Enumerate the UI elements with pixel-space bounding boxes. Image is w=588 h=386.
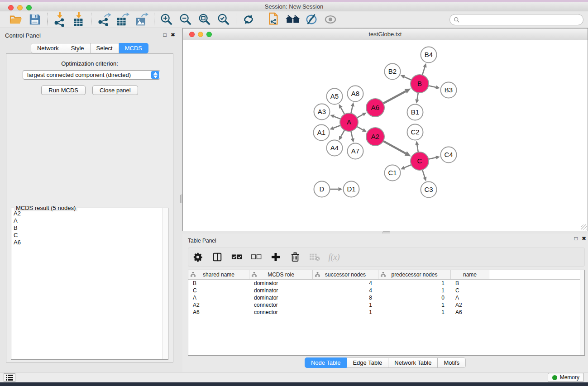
memory-button[interactable]: Memory [548, 373, 584, 382]
zoom-out-icon[interactable] [178, 12, 193, 27]
export-image-icon[interactable] [134, 12, 149, 27]
column-header-MCDS-role[interactable]: MCDS role [249, 270, 313, 279]
graph-node-C4[interactable]: C4 [441, 147, 457, 163]
result-item[interactable]: A [12, 217, 162, 224]
cell-predecessor-nodes[interactable]: 0 [378, 294, 451, 301]
cell-predecessor-nodes[interactable]: 1 [378, 287, 451, 294]
cell-name[interactable]: A2 [451, 301, 489, 309]
table-row[interactable]: Adominator80A [188, 294, 584, 301]
graph-node-D[interactable]: D [314, 181, 330, 197]
graph-edge-C-C2[interactable] [417, 145, 418, 152]
graph-node-A6[interactable]: A6 [366, 99, 384, 117]
network-window-titlebar[interactable]: testGlobe.txt [183, 29, 588, 40]
column-header-successor-nodes[interactable]: successor nodes [313, 270, 378, 279]
graph-node-A4[interactable]: A4 [327, 140, 343, 156]
cell-successor-nodes[interactable]: 1 [313, 309, 378, 316]
tab-node-table[interactable]: Node Table [305, 357, 347, 368]
close-panel-button[interactable]: Close panel [92, 86, 138, 95]
graph-edge-A6-B[interactable] [383, 91, 406, 104]
cell-shared-name[interactable]: A6 [188, 309, 249, 316]
graph-edge-C-C1[interactable] [404, 165, 411, 168]
criterion-select[interactable]: largest connected component (directed) [23, 70, 160, 80]
tab-style[interactable]: Style [65, 43, 91, 53]
graph-edge-A-A7[interactable] [351, 131, 353, 139]
graph-node-A[interactable]: A [340, 113, 358, 131]
refresh-icon[interactable] [241, 12, 256, 27]
cell-successor-nodes[interactable]: 1 [313, 301, 378, 309]
resize-grip-icon[interactable] [581, 224, 587, 230]
graph-edge-A-A5[interactable] [341, 108, 344, 114]
eye-icon[interactable] [323, 12, 338, 27]
cell-predecessor-nodes[interactable]: 1 [378, 280, 451, 287]
graph-node-A1[interactable]: A1 [314, 125, 330, 141]
tab-network[interactable]: Network [31, 43, 65, 53]
session-network-file-icon[interactable] [266, 12, 281, 27]
tab-select[interactable]: Select [91, 43, 119, 53]
cell-name[interactable]: B [451, 280, 489, 287]
tab-mcds[interactable]: MCDS [119, 43, 148, 53]
graph-node-C1[interactable]: C1 [385, 165, 401, 181]
graph-node-A7[interactable]: A7 [348, 143, 363, 159]
run-mcds-button[interactable]: Run MCDS [41, 86, 86, 95]
graph-node-B1[interactable]: B1 [407, 105, 423, 120]
table-scrollbar[interactable] [580, 270, 584, 355]
graph-node-B2[interactable]: B2 [385, 64, 401, 80]
graphics-details-icon[interactable] [304, 12, 319, 27]
graph-edge-B-B4[interactable] [422, 67, 425, 75]
graph-edge-B-B3[interactable] [429, 86, 436, 87]
cell-shared-name[interactable]: A [188, 294, 249, 301]
graph-edge-B-B1[interactable] [417, 93, 418, 100]
zoom-fit-icon[interactable] [197, 12, 212, 27]
table-settings-gear-icon[interactable] [192, 251, 204, 263]
graph-node-A8[interactable]: A8 [348, 86, 363, 102]
show-columns-icon[interactable] [211, 251, 223, 263]
column-header-shared-name[interactable]: shared name [188, 270, 249, 279]
export-network-icon[interactable] [96, 12, 111, 27]
zoom-in-icon[interactable] [159, 12, 174, 27]
table-row[interactable]: A2connector11A2 [188, 301, 584, 309]
open-file-icon[interactable] [8, 12, 24, 27]
mcds-result-list[interactable]: A2ABCA6 [12, 210, 162, 359]
cell-shared-name[interactable]: B [188, 280, 249, 287]
graph-node-A2[interactable]: A2 [366, 128, 384, 146]
cell-MCDS-role[interactable]: dominator [249, 287, 313, 294]
result-item[interactable]: A2 [12, 210, 162, 217]
cell-name[interactable]: C [451, 287, 489, 294]
tab-edge-table[interactable]: Edge Table [347, 357, 388, 368]
graph-node-B4[interactable]: B4 [421, 47, 437, 63]
select-all-icon[interactable] [231, 251, 243, 263]
graph-node-B3[interactable]: B3 [441, 82, 457, 98]
zoom-selected-icon[interactable] [216, 12, 231, 27]
graph-edge-B-B2[interactable] [404, 77, 411, 80]
column-header-name[interactable]: name [451, 270, 489, 279]
table-row[interactable]: Cdominator41C [188, 287, 584, 294]
graph-edge-A-A6[interactable] [357, 114, 363, 118]
export-table-icon[interactable] [115, 12, 130, 27]
task-history-button[interactable] [4, 373, 15, 382]
float-table-panel-icon[interactable]: □ [574, 235, 578, 242]
graph-edge-A2-C[interactable] [383, 141, 406, 153]
deselect-all-icon[interactable] [250, 251, 262, 263]
float-panel-icon[interactable]: □ [163, 32, 167, 38]
search-input[interactable] [462, 16, 579, 23]
cell-successor-nodes[interactable]: 4 [313, 280, 378, 287]
import-network-icon[interactable] [52, 12, 67, 27]
result-item[interactable]: C [12, 232, 162, 239]
close-panel-icon[interactable]: ✖ [171, 32, 175, 38]
cell-predecessor-nodes[interactable]: 1 [378, 301, 451, 309]
cell-MCDS-role[interactable]: connector [249, 309, 313, 316]
graph-edge-A-A4[interactable] [341, 130, 344, 137]
tab-network-table[interactable]: Network Table [388, 357, 438, 368]
cell-predecessor-nodes[interactable]: 1 [378, 309, 451, 316]
cell-name[interactable]: A [451, 294, 489, 301]
search-field[interactable] [449, 14, 583, 25]
save-session-icon[interactable] [27, 12, 43, 27]
graph-edge-C-C3[interactable] [422, 170, 425, 177]
cell-MCDS-role[interactable]: connector [249, 301, 313, 309]
network-canvas[interactable]: B4B2BB3A8A5A6A3B1AA1C2A2A4A7C4CC1DD1C3 [183, 41, 588, 231]
graph-node-B[interactable]: B [411, 75, 429, 93]
cell-name[interactable]: A6 [451, 309, 489, 316]
graph-node-A5[interactable]: A5 [327, 89, 343, 105]
tab-motifs[interactable]: Motifs [438, 357, 466, 368]
graph-edge-C-C4[interactable] [429, 157, 436, 159]
